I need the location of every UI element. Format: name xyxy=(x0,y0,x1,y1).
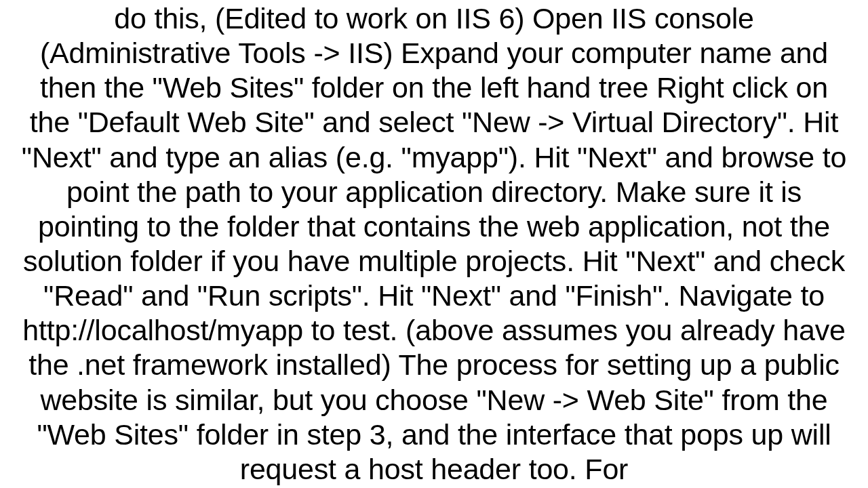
document-body: do this, (Edited to work on IIS 6) Open … xyxy=(17,1,851,487)
body-text: do this, (Edited to work on IIS 6) Open … xyxy=(22,2,846,485)
